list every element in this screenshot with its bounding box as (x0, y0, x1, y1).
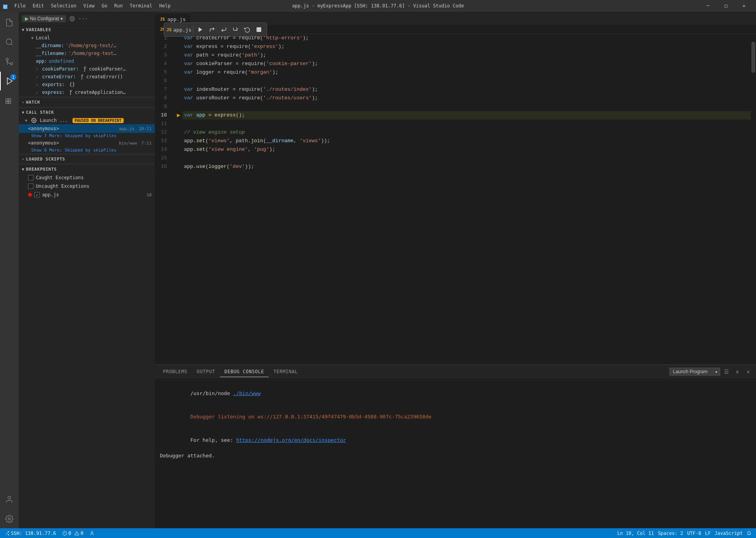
code-line-15 (182, 154, 751, 162)
maximize-button[interactable]: □ (717, 0, 735, 12)
activity-source-control-icon[interactable] (0, 52, 19, 71)
status-position-label: Ln 10, Col 11 (617, 531, 654, 536)
show-more-2[interactable]: Show 8 More: Skipped by skipFiles (19, 147, 155, 153)
watch-header[interactable]: › Watch (19, 98, 155, 106)
bp-caught-exceptions: Caught Exceptions (19, 173, 155, 182)
debug-stepout-button[interactable] (230, 24, 241, 35)
activity-settings-icon[interactable] (0, 510, 19, 528)
menu-view[interactable]: View (80, 2, 98, 9)
menu-selection[interactable]: Selection (48, 2, 80, 9)
debug-config-button[interactable]: ▶ No Configurat ▾ (22, 15, 66, 22)
bp-appjs-checkbox[interactable]: ✓ (34, 192, 40, 198)
bp-uncaught-checkbox[interactable] (28, 183, 34, 189)
error-icon (62, 531, 67, 536)
tab-debug-console[interactable]: DEBUG CONSOLE (220, 367, 269, 377)
status-notifications[interactable] (745, 531, 753, 536)
debug-stepinto-button[interactable] (218, 24, 229, 35)
breakpoints-header[interactable]: ▼ Breakpoints (19, 165, 155, 173)
g12 (175, 128, 182, 137)
status-position[interactable]: Ln 10, Col 11 (616, 531, 655, 536)
debug-badge: 1 (10, 74, 16, 80)
activity-bar: 1 (0, 12, 19, 528)
code-content[interactable]: var createError = require('http-errors')… (182, 34, 751, 365)
status-language-label: JavaScript (715, 531, 743, 536)
minimize-button[interactable]: ─ (699, 0, 717, 12)
debug-stop-button[interactable] (253, 24, 264, 35)
status-encoding[interactable]: UTF-8 (685, 531, 703, 536)
debug-stepover-button[interactable] (207, 24, 218, 35)
ln-15: 15 (155, 154, 171, 162)
debug-more-icon[interactable]: ··· (78, 14, 88, 23)
close-button[interactable]: ✕ (735, 0, 753, 12)
ln-11: 11 (155, 120, 171, 128)
sidebar-scroll[interactable]: ▼ Variables ▼ Local __dirname: '/home/gr… (19, 26, 155, 528)
status-ssh[interactable]: SSH: 138.91.77.6 (3, 531, 58, 536)
menu-go[interactable]: Go (99, 2, 110, 9)
callstack-launch-group[interactable]: ▼ Launch ... PAUSED ON BREAKPOINT (19, 116, 155, 124)
debug-settings-icon[interactable] (67, 14, 77, 23)
local-label: Local (36, 35, 50, 41)
callstack-frame-anon1[interactable]: <anonymous> app.js 10:11 (19, 124, 155, 133)
var-app: app: undefined (25, 57, 155, 65)
local-subsection: ▼ Local __dirname: '/home/greg-test/… __… (19, 34, 155, 96)
var-createerror[interactable]: › createError: ƒ createError() (25, 73, 155, 81)
callstack-frame-anon2[interactable]: <anonymous> bin/www 7:11 (19, 139, 155, 147)
console-line-1: /usr/bin/node ./bin/www (160, 382, 751, 405)
var-exports[interactable]: › exports: {} (25, 81, 155, 88)
code-scrollbar[interactable] (751, 34, 756, 365)
launch-config-select[interactable]: Launch Program (669, 368, 720, 376)
activity-debug-icon[interactable]: 1 (0, 72, 19, 90)
title-bar: ■ File Edit Selection View Go Run Termin… (0, 0, 756, 12)
console-link-docs[interactable]: https://nodejs.org/en/docs/inspector (236, 437, 346, 443)
g11 (175, 120, 182, 128)
activity-extensions-icon[interactable] (0, 91, 19, 110)
show-more-1[interactable]: Show 7 More: Skipped by skipFiles (19, 133, 155, 139)
svg-marker-13 (199, 27, 202, 32)
tab-terminal[interactable]: TERMINAL (269, 367, 303, 377)
menu-run[interactable]: Run (111, 2, 126, 9)
panel-tabs: PROBLEMS OUTPUT DEBUG CONSOLE TERMINAL L… (155, 365, 756, 379)
console-link-binwww[interactable]: ./bin/www (233, 390, 260, 396)
status-language[interactable]: JavaScript (713, 531, 744, 536)
activity-explorer-icon[interactable] (0, 13, 19, 32)
status-spaces[interactable]: Spaces: 2 (656, 531, 685, 536)
variables-header[interactable]: ▼ Variables (19, 26, 155, 34)
tab-output[interactable]: OUTPUT (192, 367, 220, 377)
var-dirname: __dirname: '/home/greg-test/… (25, 42, 155, 49)
svg-line-1 (11, 44, 12, 45)
console-line-3: For help, see: https://nodejs.org/en/doc… (160, 429, 751, 452)
menu-edit[interactable]: Edit (30, 2, 47, 9)
code-editor[interactable]: 1 2 3 4 5 6 7 8 9 10 11 12 13 14 15 16 (155, 34, 756, 365)
status-ssh-label: SSH: 138.91.77.6 (11, 531, 56, 536)
menu-terminal[interactable]: Terminal (127, 2, 156, 9)
loaded-scripts-header[interactable]: › Loaded Scripts (19, 155, 155, 163)
ln-9: 9 (155, 102, 171, 111)
status-debug-person[interactable] (88, 531, 96, 536)
svg-rect-7 (6, 102, 8, 104)
debug-restart-button[interactable] (242, 24, 253, 35)
tab-problems[interactable]: PROBLEMS (158, 367, 192, 377)
svg-point-2 (11, 63, 13, 65)
vscode-logo-icon: ■ (3, 2, 7, 10)
var-express[interactable]: › express: ƒ createApplication… (25, 88, 155, 96)
menu-help[interactable]: Help (156, 2, 174, 9)
panel-collapse-icon[interactable]: ∧ (733, 367, 742, 376)
launch-config-container: Launch Program ▾ (669, 368, 720, 376)
callstack-header[interactable]: ▼ Call Stack (19, 108, 155, 116)
panel-menu-icon[interactable]: ☰ (722, 367, 731, 376)
variables-label: Variables (26, 27, 51, 32)
status-line-ending[interactable]: LF (703, 531, 712, 536)
status-errors[interactable]: 0 0 (61, 531, 85, 536)
console-output[interactable]: /usr/bin/node ./bin/www Debugger listeni… (155, 379, 756, 528)
code-line-8: var usersRouter = require('./routes/user… (182, 94, 751, 102)
debug-continue-button[interactable] (195, 24, 206, 35)
g3 (175, 51, 182, 60)
var-cookieparser[interactable]: › cookieParser: ƒ cookieParser… (25, 65, 155, 73)
local-group[interactable]: ▼ Local (25, 34, 155, 42)
panel-close-icon[interactable]: ✕ (744, 367, 753, 376)
watch-section: › Watch (19, 98, 155, 106)
activity-account-icon[interactable] (0, 490, 19, 509)
bp-caught-checkbox[interactable] (28, 175, 34, 180)
menu-file[interactable]: File (11, 2, 29, 9)
activity-search-icon[interactable] (0, 33, 19, 51)
